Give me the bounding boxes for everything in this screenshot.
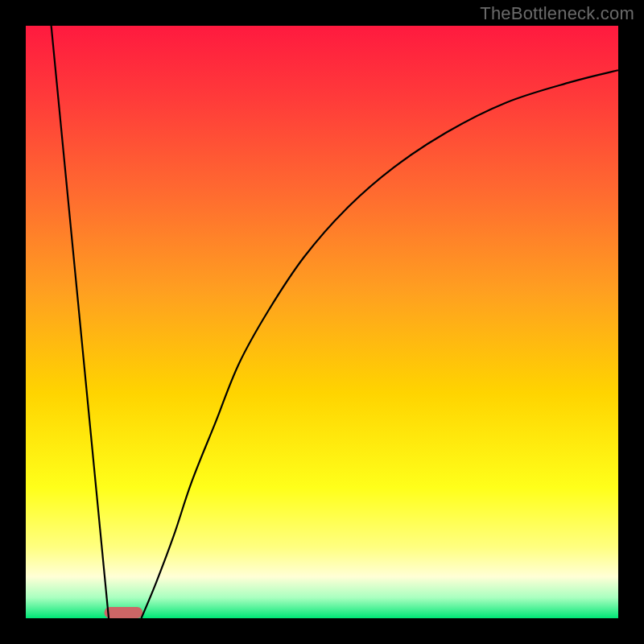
watermark-text: TheBottleneck.com [480, 3, 634, 24]
chart-frame: TheBottleneck.com [0, 0, 644, 644]
bottleneck-chart [0, 0, 644, 644]
optimum-marker [105, 607, 143, 618]
plot-background [26, 26, 618, 618]
